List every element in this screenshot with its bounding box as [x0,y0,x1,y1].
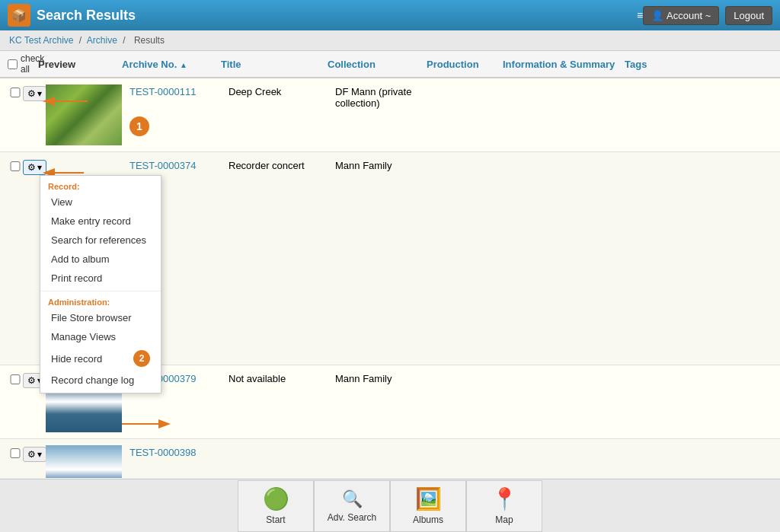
app-logo: 📦 [8,4,30,27]
archive-no[interactable]: TEST-0000111 [129,86,229,97]
logo-icon: 📦 [11,8,27,23]
gear-icon: ⚙ [27,375,36,386]
breadcrumb-link-section[interactable]: Archive [87,35,117,46]
row-gear-container: ⚙ ▾ [23,86,46,101]
col-header-info[interactable]: Information & Summary [503,59,625,70]
breadcrumb: KC Test Archive / Archive / Results [0,30,780,51]
col-header-title[interactable]: Title [221,59,328,70]
user-icon: 👤 [651,10,663,21]
menu-item-hide-record[interactable]: Hide record 2 [40,346,161,371]
record-title: Not available [229,373,335,384]
advsearch-icon: 🔍 [342,489,363,509]
menu-item-view[interactable]: View [40,193,161,212]
gear-button[interactable]: ⚙ ▾ [23,86,46,101]
gear-button[interactable]: ⚙ ▾ [23,447,46,462]
albums-label: Albums [413,514,443,525]
record-collection: Mann Family [335,373,434,384]
gear-button[interactable]: ⚙ ▾ [23,160,46,175]
table-row: ⚙ ▾ Record: View Make entry record Searc… [0,152,780,365]
annotation-badge-1: 1 [129,116,149,136]
col-header-preview: Preview [38,59,122,70]
record-collection: Mann Family [335,160,434,171]
header: 📦 Search Results ≡ 👤 Account ~ Logout [0,0,780,30]
advsearch-label: Adv. Search [328,512,376,523]
account-button[interactable]: 👤 Account ~ [643,6,719,25]
sort-arrow-icon: ▲ [180,61,187,69]
hamburger-icon[interactable]: ≡ [637,9,643,21]
annotation-badge-2: 2 [133,350,150,367]
menu-item-change-log[interactable]: Record change log [40,371,161,390]
row-gear-container: ⚙ ▾ [23,160,46,175]
map-icon: 📍 [491,486,518,511]
menu-item-add-album[interactable]: Add to album [40,250,161,269]
toolbar-advsearch-button[interactable]: 🔍 Adv. Search [314,480,390,532]
toolbar-start-button[interactable]: 🟢 Start [238,480,314,532]
menu-divider [40,291,161,291]
col-header-collection[interactable]: Collection [328,59,427,70]
row-checkbox[interactable] [8,374,23,384]
row-preview-image [46,84,122,145]
col-header-production[interactable]: Production [427,59,503,70]
header-actions: 👤 Account ~ Logout [643,6,772,25]
logout-button[interactable]: Logout [725,6,772,25]
gear-icon: ⚙ [27,88,36,99]
page-title: Search Results [37,8,631,24]
gear-dropdown-icon: ▾ [37,162,42,173]
archive-no[interactable]: TEST-0000374 [129,160,229,171]
menu-item-print[interactable]: Print record [40,269,161,288]
gear-dropdown-icon: ▾ [37,88,42,99]
record-title: Recorder concert [229,160,335,171]
bottom-toolbar: 🟢 Start 🔍 Adv. Search 🖼️ Albums 📍 Map [0,479,780,532]
menu-section-admin: Administration: [40,295,161,308]
table-header: check all Preview Archive No. ▲ Title Co… [0,51,780,78]
check-all-container: check all [8,53,38,75]
table-row: ⚙ ▾ 1 TEST-0000111 Deep Creek DF Mann (p… [0,78,780,152]
albums-icon: 🖼️ [415,486,442,511]
breadcrumb-current: Results [134,35,165,46]
gear-dropdown-icon: ▾ [37,449,42,460]
toolbar-albums-button[interactable]: 🖼️ Albums [390,480,466,532]
record-collection: DF Mann (private collection) [335,86,434,109]
row-gear-container: ⚙ ▾ [23,447,46,462]
context-dropdown-menu: Record: View Make entry record Search fo… [40,175,161,393]
row-checkbox[interactable] [8,161,23,171]
start-icon: 🟢 [263,486,289,511]
content-area: ⚙ ▾ 1 TEST-0000111 Deep Creek DF Mann (p… [0,78,780,478]
breadcrumb-link-archive[interactable]: KC Test Archive [9,35,73,46]
gear-icon: ⚙ [27,162,36,173]
menu-item-manage-views[interactable]: Manage Views [40,327,161,346]
menu-section-record: Record: [40,179,161,193]
table-row: ⚙ ▾ TEST-0000398 [0,439,780,478]
toolbar-map-button[interactable]: 📍 Map [466,480,542,532]
gear-icon: ⚙ [27,449,36,460]
check-all-checkbox[interactable] [8,59,18,69]
row-checkbox[interactable] [8,448,23,458]
col-header-archive[interactable]: Archive No. ▲ [122,59,221,70]
row-checkbox[interactable] [8,88,23,97]
menu-item-filestore[interactable]: File Store browser [40,308,161,327]
record-title: Deep Creek [229,86,335,97]
col-header-tags[interactable]: Tags [625,59,686,70]
row-preview-image [46,445,122,478]
menu-item-make-entry[interactable]: Make entry record [40,212,161,231]
menu-item-search-refs[interactable]: Search for references [40,231,161,250]
archive-no[interactable]: TEST-0000398 [129,447,229,458]
map-label: Map [495,514,513,525]
start-label: Start [266,514,285,525]
